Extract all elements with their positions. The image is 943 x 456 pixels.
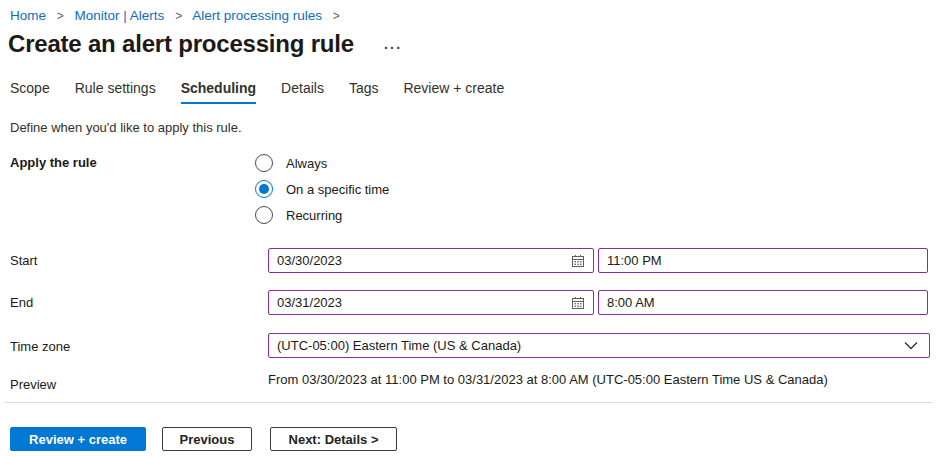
tab-scope[interactable]: Scope xyxy=(10,80,50,104)
tab-review-create[interactable]: Review + create xyxy=(403,80,504,104)
start-time-field xyxy=(598,248,928,273)
create-alert-processing-rule-page: Home > Monitor | Alerts > Alert processi… xyxy=(0,0,943,456)
radio-label-always: Always xyxy=(286,156,327,171)
page-description: Define when you'd like to apply this rul… xyxy=(10,120,242,135)
radio-label-on-a-specific-time: On a specific time xyxy=(286,182,389,197)
previous-button[interactable]: Previous xyxy=(162,427,252,451)
apply-the-rule-radio-group: Always On a specific time Recurring xyxy=(255,154,389,224)
preview-value: From 03/30/2023 at 11:00 PM to 03/31/202… xyxy=(268,372,828,387)
end-date-field xyxy=(268,290,594,315)
calendar-icon[interactable] xyxy=(571,254,585,268)
more-icon[interactable]: ··· xyxy=(384,44,403,52)
radio-selected-icon xyxy=(255,180,273,198)
radio-option-recurring[interactable]: Recurring xyxy=(255,206,389,224)
breadcrumb: Home > Monitor | Alerts > Alert processi… xyxy=(10,8,347,23)
tab-rule-settings[interactable]: Rule settings xyxy=(75,80,156,104)
title-row: Create an alert processing rule ··· xyxy=(8,30,402,58)
breadcrumb-alert-processing-rules[interactable]: Alert processing rules xyxy=(192,8,322,23)
tab-bar: Scope Rule settings Scheduling Details T… xyxy=(10,80,504,104)
time-zone-label: Time zone xyxy=(10,339,70,354)
apply-the-rule-label: Apply the rule xyxy=(10,155,97,170)
end-label: End xyxy=(10,295,33,310)
breadcrumb-monitor-alerts[interactable]: Monitor | Alerts xyxy=(75,8,165,23)
start-date-input[interactable] xyxy=(269,249,571,272)
radio-icon xyxy=(255,206,273,224)
radio-option-always[interactable]: Always xyxy=(255,154,389,172)
breadcrumb-separator-icon: > xyxy=(333,9,340,23)
chevron-down-icon xyxy=(904,341,918,350)
start-date-field xyxy=(268,248,594,273)
time-zone-dropdown[interactable]: (UTC-05:00) Eastern Time (US & Canada) xyxy=(268,333,930,358)
preview-label: Preview xyxy=(10,377,56,392)
tab-scheduling[interactable]: Scheduling xyxy=(181,80,256,104)
tab-details[interactable]: Details xyxy=(281,80,324,104)
breadcrumb-home[interactable]: Home xyxy=(10,8,46,23)
footer-divider xyxy=(5,402,933,403)
page-title: Create an alert processing rule xyxy=(8,30,354,58)
review-create-button[interactable]: Review + create xyxy=(10,427,146,451)
radio-label-recurring: Recurring xyxy=(286,208,342,223)
radio-option-on-a-specific-time[interactable]: On a specific time xyxy=(255,180,389,198)
radio-icon xyxy=(255,154,273,172)
next-details-button[interactable]: Next: Details > xyxy=(270,427,397,451)
start-label: Start xyxy=(10,253,37,268)
breadcrumb-separator-icon: > xyxy=(175,9,182,23)
time-zone-selected-value: (UTC-05:00) Eastern Time (US & Canada) xyxy=(269,338,904,353)
breadcrumb-separator-icon: > xyxy=(57,9,64,23)
end-time-field xyxy=(598,290,928,315)
end-time-input[interactable] xyxy=(599,291,927,314)
start-time-input[interactable] xyxy=(599,249,927,272)
tab-tags[interactable]: Tags xyxy=(349,80,379,104)
calendar-icon[interactable] xyxy=(571,296,585,310)
end-date-input[interactable] xyxy=(269,291,571,314)
